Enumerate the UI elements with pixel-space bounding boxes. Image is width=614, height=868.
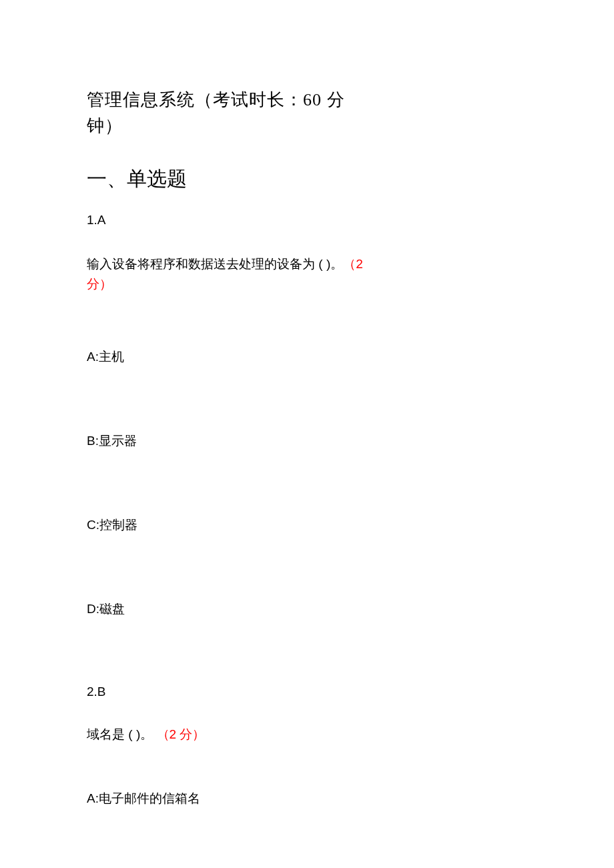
q2-points: （2 分）	[157, 727, 206, 741]
q1-points-part2: 分）	[87, 277, 112, 291]
document-page: 管理信息系统（考试时长：60 分 钟） 一、单选题 1.A 输入设备将程序和数据…	[0, 0, 614, 868]
q2-text: 域名是 ( )。 （2 分）	[87, 726, 527, 743]
q2-text-main: 域名是 ( )。	[87, 727, 157, 741]
title-line2: 钟）	[87, 116, 123, 135]
exam-title: 管理信息系统（考试时长：60 分 钟）	[87, 87, 527, 139]
q1-number: 1.A	[87, 213, 527, 228]
q1-option-c: C:控制器	[87, 516, 527, 534]
q1-option-d: D:磁盘	[87, 600, 527, 618]
q1-text-main: 输入设备将程序和数据送去处理的设备为 ( )。	[87, 257, 343, 271]
q1-points-part1: （2	[343, 257, 363, 271]
q2-number: 2.B	[87, 685, 527, 699]
section-heading: 一、单选题	[87, 165, 527, 193]
title-line1: 管理信息系统（考试时长：60 分	[87, 90, 345, 109]
q1-text: 输入设备将程序和数据送去处理的设备为 ( )。（2 分）	[87, 254, 527, 295]
q1-option-a: A:主机	[87, 348, 527, 366]
q1-option-b: B:显示器	[87, 432, 527, 450]
q2-option-a: A:电子邮件的信箱名	[87, 790, 527, 807]
